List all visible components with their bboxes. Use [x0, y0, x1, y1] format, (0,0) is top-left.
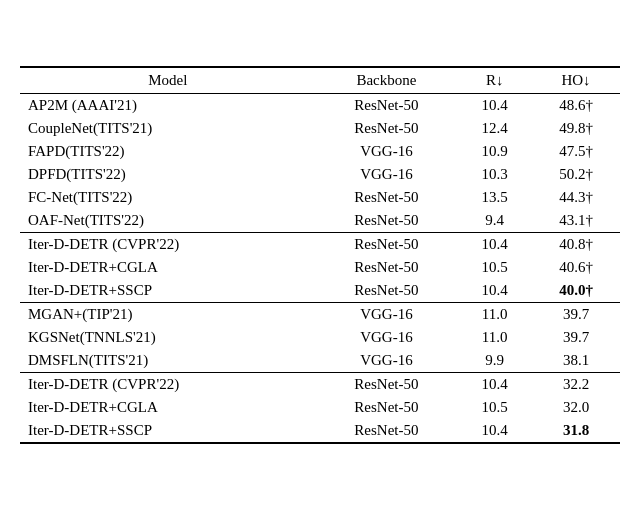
cell-r: 10.4 — [457, 419, 532, 443]
cell-r: 13.5 — [457, 186, 532, 209]
cell-backbone: ResNet-50 — [316, 186, 458, 209]
cell-ho: 44.3† — [532, 186, 620, 209]
table-row: OAF-Net(TITS'22)ResNet-509.443.1† — [20, 209, 620, 233]
cell-backbone: VGG-16 — [316, 349, 458, 373]
table-row: AP2M (AAAI'21)ResNet-5010.448.6† — [20, 93, 620, 117]
header-row: Model Backbone R↓ HO↓ — [20, 67, 620, 94]
cell-ho: 48.6† — [532, 93, 620, 117]
cell-ho: 39.7 — [532, 302, 620, 326]
table-row: MGAN+(TIP'21)VGG-1611.039.7 — [20, 302, 620, 326]
cell-ho: 43.1† — [532, 209, 620, 233]
cell-model: OAF-Net(TITS'22) — [20, 209, 316, 233]
table-row: Iter-D-DETR+SSCPResNet-5010.431.8 — [20, 419, 620, 443]
cell-ho: 32.2 — [532, 372, 620, 396]
cell-backbone: ResNet-50 — [316, 117, 458, 140]
cell-model: FC-Net(TITS'22) — [20, 186, 316, 209]
cell-r: 9.4 — [457, 209, 532, 233]
cell-backbone: ResNet-50 — [316, 372, 458, 396]
cell-ho: 40.0† — [532, 279, 620, 303]
cell-backbone: ResNet-50 — [316, 209, 458, 233]
cell-ho: 50.2† — [532, 163, 620, 186]
cell-ho: 40.8† — [532, 232, 620, 256]
cell-r: 11.0 — [457, 326, 532, 349]
cell-r: 10.4 — [457, 279, 532, 303]
cell-r: 10.9 — [457, 140, 532, 163]
table-wrapper: Model Backbone R↓ HO↓ AP2M (AAAI'21)ResN… — [20, 66, 620, 444]
cell-model: KGSNet(TNNLS'21) — [20, 326, 316, 349]
col-header-r: R↓ — [457, 67, 532, 94]
table-row: FC-Net(TITS'22)ResNet-5013.544.3† — [20, 186, 620, 209]
cell-model: Iter-D-DETR (CVPR'22) — [20, 372, 316, 396]
cell-r: 10.5 — [457, 396, 532, 419]
table-row: Iter-D-DETR (CVPR'22)ResNet-5010.432.2 — [20, 372, 620, 396]
cell-r: 9.9 — [457, 349, 532, 373]
table-row: Iter-D-DETR+CGLAResNet-5010.540.6† — [20, 256, 620, 279]
cell-r: 10.3 — [457, 163, 532, 186]
cell-ho: 31.8 — [532, 419, 620, 443]
cell-backbone: VGG-16 — [316, 302, 458, 326]
cell-model: FAPD(TITS'22) — [20, 140, 316, 163]
cell-model: MGAN+(TIP'21) — [20, 302, 316, 326]
cell-backbone: VGG-16 — [316, 163, 458, 186]
col-header-backbone: Backbone — [316, 67, 458, 94]
cell-ho: 38.1 — [532, 349, 620, 373]
cell-ho: 49.8† — [532, 117, 620, 140]
cell-backbone: ResNet-50 — [316, 396, 458, 419]
cell-backbone: VGG-16 — [316, 326, 458, 349]
cell-model: Iter-D-DETR+SSCP — [20, 419, 316, 443]
cell-backbone: ResNet-50 — [316, 256, 458, 279]
cell-backbone: VGG-16 — [316, 140, 458, 163]
table-row: Iter-D-DETR (CVPR'22)ResNet-5010.440.8† — [20, 232, 620, 256]
cell-ho: 39.7 — [532, 326, 620, 349]
table-row: DMSFLN(TITS'21)VGG-169.938.1 — [20, 349, 620, 373]
cell-ho: 47.5† — [532, 140, 620, 163]
cell-r: 10.4 — [457, 232, 532, 256]
col-header-ho: HO↓ — [532, 67, 620, 94]
cell-model: DPFD(TITS'22) — [20, 163, 316, 186]
cell-r: 10.5 — [457, 256, 532, 279]
cell-model: DMSFLN(TITS'21) — [20, 349, 316, 373]
table-row: KGSNet(TNNLS'21)VGG-1611.039.7 — [20, 326, 620, 349]
cell-model: Iter-D-DETR+SSCP — [20, 279, 316, 303]
table-row: FAPD(TITS'22)VGG-1610.947.5† — [20, 140, 620, 163]
cell-ho: 32.0 — [532, 396, 620, 419]
cell-r: 11.0 — [457, 302, 532, 326]
table-row: Iter-D-DETR+SSCPResNet-5010.440.0† — [20, 279, 620, 303]
col-header-model: Model — [20, 67, 316, 94]
cell-model: AP2M (AAAI'21) — [20, 93, 316, 117]
cell-ho: 40.6† — [532, 256, 620, 279]
cell-model: Iter-D-DETR+CGLA — [20, 256, 316, 279]
table-row: CoupleNet(TITS'21)ResNet-5012.449.8† — [20, 117, 620, 140]
cell-backbone: ResNet-50 — [316, 232, 458, 256]
cell-model: Iter-D-DETR (CVPR'22) — [20, 232, 316, 256]
cell-r: 10.4 — [457, 93, 532, 117]
cell-r: 12.4 — [457, 117, 532, 140]
cell-backbone: ResNet-50 — [316, 419, 458, 443]
cell-backbone: ResNet-50 — [316, 279, 458, 303]
cell-backbone: ResNet-50 — [316, 93, 458, 117]
table-row: Iter-D-DETR+CGLAResNet-5010.532.0 — [20, 396, 620, 419]
cell-model: CoupleNet(TITS'21) — [20, 117, 316, 140]
table-row: DPFD(TITS'22)VGG-1610.350.2† — [20, 163, 620, 186]
results-table: Model Backbone R↓ HO↓ AP2M (AAAI'21)ResN… — [20, 66, 620, 444]
cell-r: 10.4 — [457, 372, 532, 396]
cell-model: Iter-D-DETR+CGLA — [20, 396, 316, 419]
